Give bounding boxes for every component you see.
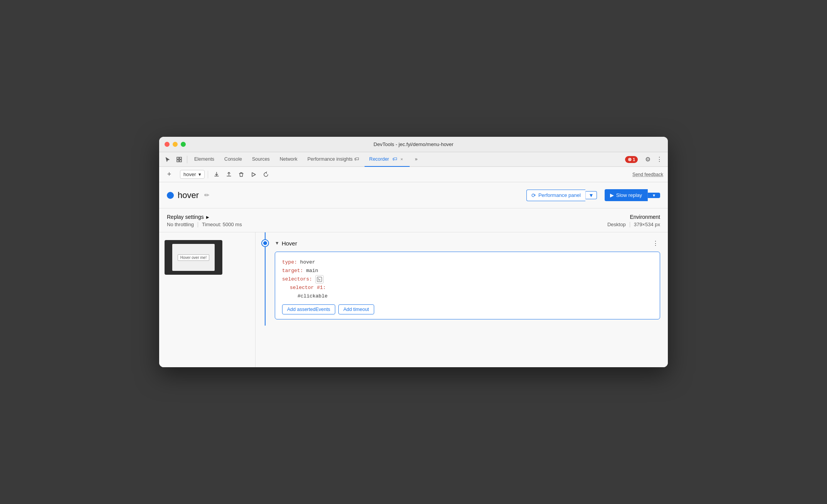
selector-icon-button[interactable] [315,275,324,284]
tab-recorder[interactable]: Recorder 🏷 × [365,152,409,167]
perf-panel-dropdown[interactable]: ▾ [585,191,597,199]
step-more-button[interactable]: ⋮ [651,239,660,248]
add-timeout-button[interactable]: Add timeout [338,304,374,314]
main-content: hover ✏ ⟳ Performance panel ▾ ▶ Slow rep… [159,182,668,367]
step-preview: Hover over me! [165,240,222,275]
table-row: ▼ Hover ⋮ type: hover [255,232,668,326]
svg-rect-1 [180,157,182,159]
collapse-step-button[interactable]: ▼ [275,240,279,246]
settings-button[interactable]: ⚙ [642,154,653,165]
more-button[interactable]: ⋮ [654,154,665,165]
cursor-icon[interactable] [162,154,173,165]
tab-network[interactable]: Network [275,152,302,167]
recording-title: hover [178,190,199,200]
step-title: Hover [282,240,297,247]
replay-settings-section: Replay settings ▶ No throttling Timeout:… [159,208,668,232]
replay-settings-subtitle: No throttling Timeout: 5000 ms [167,222,242,227]
toolbar-divider [208,171,208,178]
dropdown-icon: ▾ [198,171,201,177]
code-line-selector-value: #clickable [298,292,653,301]
add-recording-button[interactable]: + [164,169,175,180]
slow-replay-button[interactable]: ▶ Slow replay [605,189,648,201]
steps-area: Hover over me! ▼ Hover [159,232,668,367]
replay-settings-title[interactable]: Replay settings ▶ [167,214,242,220]
title-bar: DevTools - jec.fyi/demo/menu-hover [159,137,668,152]
close-button[interactable] [165,142,170,147]
tab-performance[interactable]: Performance insights 🏷 [303,152,364,167]
delete-button[interactable] [236,169,247,180]
import-button[interactable] [224,169,234,180]
error-badge[interactable]: ⊗ 1 [625,156,638,163]
code-line-selector-num: selector #1: [290,284,653,292]
tab-more[interactable]: » [410,152,422,167]
nav-divider [187,156,187,163]
svg-rect-3 [180,160,182,162]
export-button[interactable] [211,169,222,180]
code-line-selectors: selectors: [282,275,653,284]
step-content: ▼ Hover ⋮ type: hover [275,239,668,319]
tab-elements[interactable]: Elements [190,152,219,167]
toolbar: + hover ▾ [159,167,668,182]
play-button[interactable] [248,169,259,180]
expand-icon: ▶ [206,215,209,219]
minimize-button[interactable] [173,142,178,147]
step-connector [255,239,275,246]
tab-sources[interactable]: Sources [247,152,274,167]
window-title: DevTools - jec.fyi/demo/menu-hover [373,141,453,147]
steps-main: ▼ Hover ⋮ type: hover [255,232,668,367]
inspect-icon[interactable] [174,154,185,165]
tab-console[interactable]: Console [220,152,247,167]
replay-button[interactable] [261,169,271,180]
recording-selector[interactable]: hover ▾ [180,170,205,179]
traffic-lights [165,142,186,147]
maximize-button[interactable] [181,142,186,147]
slow-replay-group: ▶ Slow replay ▾ [605,189,660,201]
play-icon: ▶ [610,192,614,198]
hover-preview-label: Hover over me! [178,254,209,261]
svg-rect-2 [177,160,179,162]
perf-icon: ⟳ [531,192,536,198]
recording-header: hover ✏ ⟳ Performance panel ▾ ▶ Slow rep… [159,182,668,208]
environment-section: Environment Desktop 379×534 px [607,214,660,227]
close-recorder-tab[interactable]: × [399,156,405,162]
code-line-target: target: main [282,267,653,275]
svg-rect-0 [177,157,179,159]
code-block: type: hover target: main [275,252,660,319]
devtools-nav: Elements Console Sources Network Perform… [159,152,668,167]
edit-title-icon[interactable]: ✏ [204,192,209,199]
step-dot [262,240,268,246]
slow-replay-dropdown[interactable]: ▾ [648,193,660,198]
action-buttons: Add assertedEvents Add timeout [282,304,653,314]
add-asserted-events-button[interactable]: Add assertedEvents [282,304,335,314]
steps-sidebar: Hover over me! [159,232,255,367]
recording-dot [167,192,174,199]
perf-panel-group: ⟳ Performance panel ▾ [526,190,597,201]
send-feedback-link[interactable]: Send feedback [632,172,663,177]
devtools-window: DevTools - jec.fyi/demo/menu-hover Eleme… [159,137,668,367]
performance-panel-button[interactable]: ⟳ Performance panel [526,190,585,201]
code-line-type: type: hover [282,258,653,267]
